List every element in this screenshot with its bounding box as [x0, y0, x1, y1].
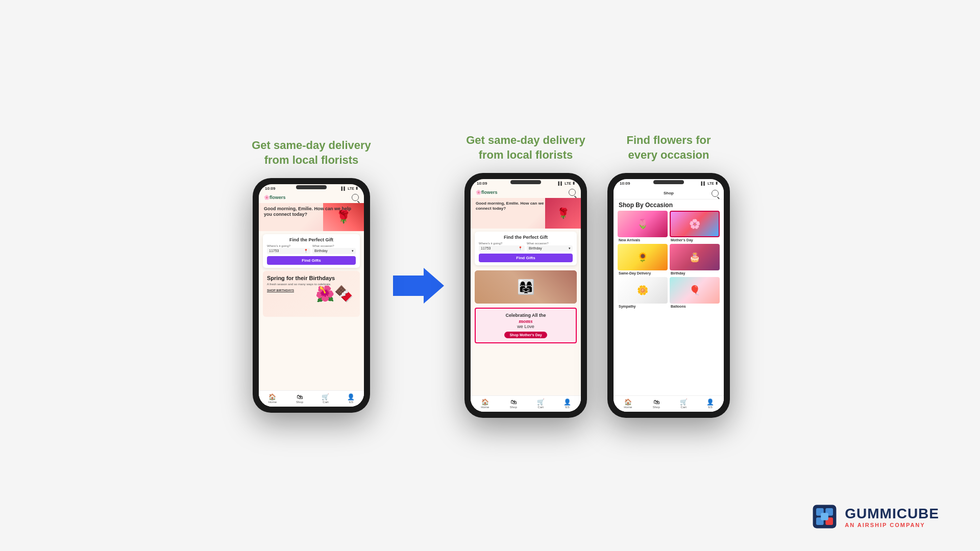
arrow-container: [393, 268, 444, 304]
phone2-screen: 10:09 ▌▌ LTE ▮ 🌸flowers Good: [471, 179, 581, 412]
phone1-es-label: ES: [349, 400, 353, 404]
women-emoji: 👩‍👩‍👧: [517, 279, 535, 295]
occasion-mothers-day[interactable]: 🌸 Mother's Day: [670, 211, 720, 242]
person-icon: 👤: [348, 394, 354, 400]
gummicube-text: GUMMICUBE AN AIRSHIP COMPANY: [845, 506, 939, 528]
phone1-status-bar: 10:09 ▌▌ LTE ▮: [259, 184, 364, 193]
phone2-find-btn[interactable]: Find Gifts: [479, 254, 573, 262]
phone1-home-label: Home: [268, 400, 277, 404]
phone1-spring-link[interactable]: SHOP BIRTHDAYS: [267, 289, 335, 292]
phone3-nav-home[interactable]: 🏠 Home: [624, 399, 632, 409]
women-overlay: 👩‍👩‍👧: [475, 270, 577, 304]
phone1-occasion-label: What occasion?: [312, 244, 356, 247]
phone3-nav-shop[interactable]: 🛍 Shop: [653, 399, 660, 409]
phone1-screen-inner: 10:09 ▌▌ LTE ▮ 🌸flowers Good: [259, 184, 364, 407]
phone2-hero-img: 🌹: [545, 198, 581, 229]
phone3-nav-cart[interactable]: 🛒 Cart: [680, 399, 687, 409]
phone2-occasion-icon: ▾: [569, 246, 571, 251]
lte-icon: LTE: [348, 187, 354, 190]
phone1-find-btn[interactable]: Find Gifts: [267, 256, 356, 265]
svg-rect-6: [821, 513, 828, 520]
phone1-spring-text: Spring for their Birthdays A fresh seaso…: [267, 275, 335, 292]
phone1-occasion-input[interactable]: Birthday ▾: [312, 248, 356, 254]
phone2-app-header: 🌸flowers: [471, 188, 581, 198]
phone2-nav-home[interactable]: 🏠 Home: [481, 399, 489, 409]
p2-signal-icon: ▌▌: [558, 182, 563, 185]
phone1-gift-title: Find the Perfect Gift: [267, 237, 356, 242]
new-arrivals-label: New Arrivals: [618, 238, 668, 242]
phone2-es-label: ES: [566, 406, 570, 409]
phone3-occasion-grid: 🌷 New Arrivals 🌸 Mother's Day 🌻 Same-Day…: [614, 211, 724, 308]
shop-mothers-btn[interactable]: Shop Mother's Day: [504, 332, 547, 338]
phone1-hero-text: Good morning, Emilie. How can we help yo…: [264, 206, 359, 218]
phone3-es-label: ES: [708, 406, 713, 409]
balloons-label: Balloons: [670, 305, 720, 308]
phone1-screen: 10:09 ▌▌ LTE ▮ 🌸flowers Good: [259, 184, 364, 407]
occasion-same-day[interactable]: 🌻 Same-Day Delivery: [618, 244, 668, 275]
p2-lte-icon: LTE: [565, 182, 571, 185]
phone1-zip-value: 11753: [269, 249, 279, 253]
phone2-frame: 10:09 ▌▌ LTE ▮ 🌸flowers Good: [464, 173, 587, 418]
phone2-logo: 🌸flowers: [476, 190, 498, 195]
phone1-zip-input[interactable]: 11753 📍: [267, 248, 310, 254]
phone1-nav-shop[interactable]: 🛍 Shop: [296, 394, 303, 404]
occasion-balloons[interactable]: 🎈 Balloons: [670, 277, 720, 308]
same-day-img: 🌻: [618, 244, 668, 270]
gummicube-logo: GUMMICUBE AN AIRSHIP COMPANY: [811, 503, 939, 531]
phone2-search-icon[interactable]: [569, 189, 576, 196]
phone1-cart-label: Cart: [323, 400, 328, 404]
phone1-hero: Good morning, Emilie. How can we help yo…: [259, 203, 364, 231]
svg-marker-0: [393, 268, 444, 304]
phone2-nav-cart[interactable]: 🛒 Cart: [537, 399, 544, 409]
phone2-nav-es[interactable]: 👤 ES: [565, 399, 571, 409]
occasion-birthday[interactable]: 🎂 Birthday: [670, 244, 720, 275]
phone2-mockup: Get same-day delivery from local florist…: [464, 133, 587, 417]
phone1-where-group: Where's it going? 11753 📍: [267, 244, 310, 254]
phone2-occasion-input[interactable]: Birthday ▾: [527, 245, 573, 252]
celebrating-line2: we Love: [480, 324, 572, 329]
signal-icon: ▌▌: [341, 187, 346, 190]
phone1-nav-home[interactable]: 🏠 Home: [268, 394, 277, 404]
p3-battery-icon: ▮: [716, 181, 718, 185]
phone2-nav-shop[interactable]: 🛍 Shop: [510, 399, 517, 409]
phone2-home-label: Home: [481, 406, 489, 409]
shop-icon: 🛍: [297, 394, 303, 400]
phone1-nav-es[interactable]: 👤 ES: [348, 394, 354, 404]
same-day-label: Same-Day Delivery: [618, 271, 668, 275]
phone2-celebrating-banner: Celebrating All the moms we Love Shop Mo…: [475, 308, 577, 343]
phone1-search-icon[interactable]: [352, 194, 359, 201]
mothers-day-label: Mother's Day: [670, 238, 720, 242]
birthday-label: Birthday: [670, 271, 720, 275]
phone3-screen-inner: 10:09 ▌▌ LTE ▮ Shop Shop By O: [614, 179, 724, 412]
home-icon: 🏠: [270, 394, 276, 400]
phone1-gift-finder: Find the Perfect Gift Where's it going? …: [263, 234, 360, 268]
phone1-spring-banner: Spring for their Birthdays A fresh seaso…: [263, 271, 360, 317]
phone2-label: Get same-day delivery from local florist…: [464, 133, 587, 162]
phone2-occasion-label: What occasion?: [527, 242, 573, 245]
gummicube-tagline: AN AIRSHIP COMPANY: [845, 522, 939, 528]
phone1-spring-desc: A fresh season and so many ways to celeb…: [267, 283, 335, 287]
celebrating-moms: moms: [480, 318, 572, 324]
celebrating-line1: Celebrating All the: [480, 313, 572, 318]
birthday-img: 🎂: [670, 244, 720, 270]
occasion-new-arrivals[interactable]: 🌷 New Arrivals: [618, 211, 668, 242]
p3-shop-icon: 🛍: [653, 399, 659, 405]
phone2-time: 10:09: [477, 181, 487, 186]
phone3-frame: 10:09 ▌▌ LTE ▮ Shop Shop By O: [607, 173, 730, 418]
phone3-search-icon[interactable]: [712, 190, 719, 197]
occasion-sympathy[interactable]: 🌼 Sympathy: [618, 277, 668, 308]
phone3-home-label: Home: [624, 406, 632, 409]
phone3-nav-es[interactable]: 👤 ES: [707, 399, 714, 409]
phone2-where-label: Where's it going?: [479, 242, 525, 245]
p2-home-icon: 🏠: [482, 399, 488, 405]
phone2-zip-value: 11753: [481, 246, 491, 250]
phone2-occasion-group: What occasion? Birthday ▾: [527, 242, 573, 252]
p3-lte-icon: LTE: [707, 182, 714, 185]
phone2-where-group: Where's it going? 11753 📍: [479, 242, 525, 252]
p3-cart-icon: 🛒: [680, 399, 687, 405]
phone1-nav-cart[interactable]: 🛒 Cart: [323, 394, 329, 404]
phone2-zip-input[interactable]: 11753 📍: [479, 245, 525, 252]
phone1-occasion-value: Birthday: [314, 249, 328, 253]
cart-icon: 🛒: [323, 394, 329, 400]
phone3-occasion-title: Shop By Occasion: [614, 199, 724, 211]
